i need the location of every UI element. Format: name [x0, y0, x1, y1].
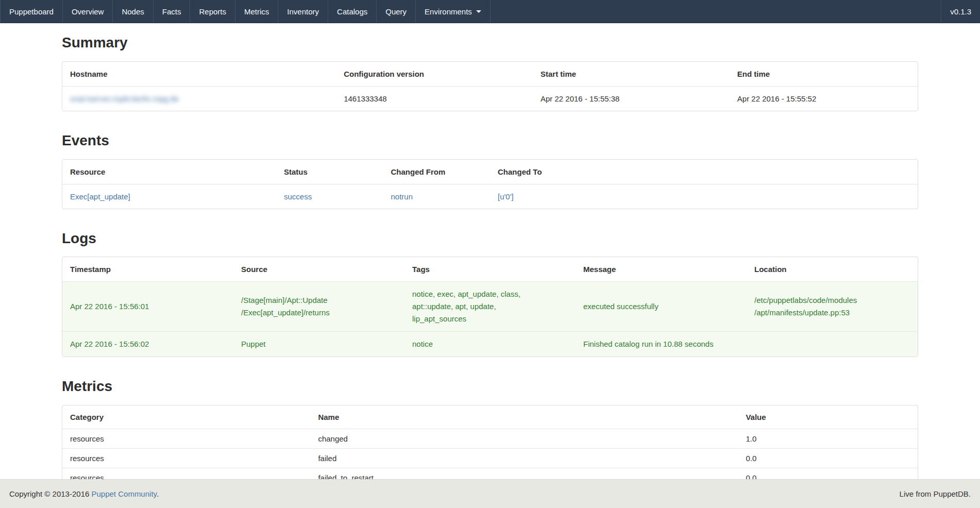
- events-table: Resource Status Changed From Changed To …: [62, 160, 918, 209]
- logs-col-timestamp: Timestamp: [62, 257, 233, 282]
- navbar-spacer: [491, 0, 941, 23]
- metric-name-cell: failed: [310, 449, 738, 468]
- metric-row: resources failed 0.0: [62, 449, 918, 468]
- nav-item-inventory[interactable]: Inventory: [278, 0, 328, 23]
- hostname-link-redacted[interactable]: snat-tserver.mpib-berlin.mpg.de: [70, 94, 179, 103]
- chevron-down-icon: [476, 10, 481, 13]
- navbar-brand[interactable]: Puppetboard: [0, 0, 63, 23]
- log-tags-cell: notice, exec, apt_update, class, apt::up…: [404, 282, 576, 332]
- events-panel: Resource Status Changed From Changed To …: [62, 159, 918, 209]
- metrics-header-row: Category Name Value: [62, 405, 918, 429]
- logs-header-row: Timestamp Source Tags Message Location: [62, 257, 918, 282]
- metrics-col-value: Value: [738, 405, 918, 429]
- main-content: Summary Hostname Configuration version S…: [62, 35, 918, 488]
- summary-table: Hostname Configuration version Start tim…: [62, 62, 918, 111]
- metric-row: resources changed 1.0: [62, 429, 918, 449]
- config-version-cell: 1461333348: [336, 86, 533, 111]
- logs-col-location: Location: [747, 257, 918, 282]
- hostname-cell: snat-tserver.mpib-berlin.mpg.de: [62, 86, 336, 111]
- events-col-status: Status: [276, 160, 383, 184]
- log-tags-cell: notice: [404, 332, 576, 357]
- log-row: Apr 22 2016 - 15:56:02 Puppet notice Fin…: [62, 332, 918, 357]
- footer-puppetdb-status: Live from PuppetDB.: [900, 489, 971, 498]
- events-header-row: Resource Status Changed From Changed To: [62, 160, 918, 184]
- puppet-community-link[interactable]: Puppet Community: [92, 489, 157, 498]
- logs-heading: Logs: [62, 231, 918, 247]
- nav-item-metrics[interactable]: Metrics: [235, 0, 278, 23]
- footer: Copyright © 2013-2016 Puppet Community. …: [0, 479, 980, 508]
- event-changed-to-link[interactable]: [u'0']: [498, 192, 514, 201]
- metric-category-cell: resources: [62, 449, 310, 468]
- event-status-cell: success: [276, 184, 383, 209]
- metrics-panel: Category Name Value resources changed 1.…: [62, 405, 918, 488]
- log-source-cell: Puppet: [233, 332, 404, 357]
- nav-item-facts[interactable]: Facts: [154, 0, 191, 23]
- start-time-cell: Apr 22 2016 - 15:55:38: [533, 86, 730, 111]
- nav-item-reports[interactable]: Reports: [190, 0, 235, 23]
- metric-category-cell: resources: [62, 429, 310, 449]
- summary-col-end-time: End time: [730, 62, 918, 87]
- nav-item-nodes[interactable]: Nodes: [113, 0, 153, 23]
- events-heading: Events: [62, 133, 918, 149]
- summary-panel: Hostname Configuration version Start tim…: [62, 61, 918, 111]
- events-col-changed-to: Changed To: [490, 160, 918, 184]
- event-changed-to-cell: [u'0']: [490, 184, 918, 209]
- nav-item-overview[interactable]: Overview: [63, 0, 113, 23]
- top-navbar: Puppetboard Overview Nodes Facts Reports…: [0, 0, 980, 23]
- summary-col-start-time: Start time: [533, 62, 730, 87]
- logs-col-source: Source: [233, 257, 404, 282]
- event-resource-link[interactable]: Exec[apt_update]: [70, 192, 130, 201]
- version-badge: v0.1.3: [941, 0, 980, 23]
- log-source-cell: /Stage[main]/Apt::Update /Exec[apt_updat…: [233, 282, 404, 332]
- logs-col-tags: Tags: [404, 257, 576, 282]
- metrics-heading: Metrics: [62, 379, 918, 395]
- log-row: Apr 22 2016 - 15:56:01 /Stage[main]/Apt:…: [62, 282, 918, 332]
- events-col-resource: Resource: [62, 160, 276, 184]
- event-changed-from-cell: notrun: [383, 184, 491, 209]
- summary-row: snat-tserver.mpib-berlin.mpg.de 14613333…: [62, 86, 918, 111]
- nav-item-catalogs[interactable]: Catalogs: [328, 0, 377, 23]
- event-resource-cell: Exec[apt_update]: [62, 184, 276, 209]
- summary-heading: Summary: [62, 35, 918, 51]
- log-message-cell: Finished catalog run in 10.88 seconds: [576, 332, 747, 357]
- footer-copyright: Copyright © 2013-2016 Puppet Community.: [9, 489, 159, 498]
- event-status-link[interactable]: success: [284, 192, 312, 201]
- metric-value-cell: 0.0: [738, 449, 918, 468]
- log-location-cell: [747, 332, 918, 357]
- metric-name-cell: changed: [310, 429, 738, 449]
- nav-item-query[interactable]: Query: [377, 0, 416, 23]
- metrics-col-category: Category: [62, 405, 310, 429]
- event-row: Exec[apt_update] success notrun [u'0']: [62, 184, 918, 209]
- log-location-cell: /etc/puppetlabs/code/modules /apt/manife…: [747, 282, 918, 332]
- summary-col-hostname: Hostname: [62, 62, 336, 87]
- navbar-brand-label: Puppetboard: [9, 7, 54, 16]
- metrics-col-name: Name: [310, 405, 738, 429]
- logs-table: Timestamp Source Tags Message Location A…: [62, 257, 918, 357]
- summary-header-row: Hostname Configuration version Start tim…: [62, 62, 918, 87]
- event-changed-from-link[interactable]: notrun: [391, 192, 413, 201]
- metrics-table: Category Name Value resources changed 1.…: [62, 405, 918, 487]
- environments-dropdown[interactable]: Environments: [416, 0, 491, 23]
- end-time-cell: Apr 22 2016 - 15:55:52: [730, 86, 918, 111]
- summary-col-config-version: Configuration version: [336, 62, 533, 87]
- logs-col-message: Message: [576, 257, 747, 282]
- environments-dropdown-label: Environments: [425, 7, 472, 16]
- navbar-left-group: Puppetboard Overview Nodes Facts Reports…: [0, 0, 491, 23]
- log-timestamp-cell: Apr 22 2016 - 15:56:01: [62, 282, 233, 332]
- log-timestamp-cell: Apr 22 2016 - 15:56:02: [62, 332, 233, 357]
- events-col-changed-from: Changed From: [383, 160, 491, 184]
- metric-value-cell: 1.0: [738, 429, 918, 449]
- logs-panel: Timestamp Source Tags Message Location A…: [62, 257, 918, 357]
- log-message-cell: executed successfully: [576, 282, 747, 332]
